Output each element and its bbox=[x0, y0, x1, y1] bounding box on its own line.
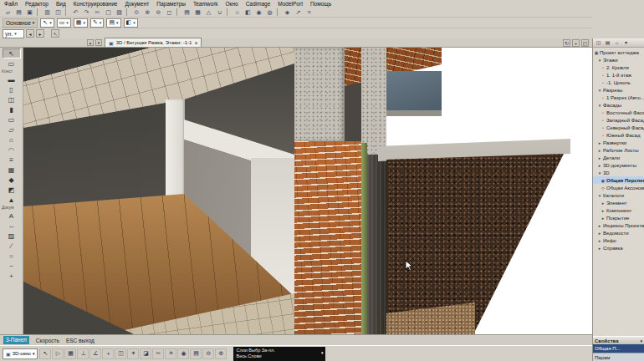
navigator-item[interactable]: ▫ Восточный Фасад bbox=[593, 109, 644, 116]
menu-item[interactable]: Cadimage bbox=[246, 1, 271, 7]
navigator-item[interactable]: ▫ Южный Фасад bbox=[593, 131, 644, 139]
pointer-tool-button[interactable]: ↖ bbox=[51, 29, 59, 38]
viewport-3d[interactable] bbox=[23, 48, 592, 334]
construct-combo[interactable]: ▦▾ bbox=[74, 18, 88, 28]
navigator-item[interactable]: ▸ Развертки bbox=[593, 139, 644, 146]
line-tool[interactable]: ∕ bbox=[3, 241, 21, 251]
section-icon[interactable]: ◧ bbox=[243, 8, 253, 17]
navigator-item[interactable]: ▫ 1. 1-й этаж bbox=[593, 71, 644, 79]
navigator-item[interactable]: ▸ Индексы Проекта bbox=[593, 221, 644, 229]
search-icon[interactable]: ⊙ bbox=[131, 8, 142, 17]
menu-item[interactable]: Конструирование bbox=[74, 1, 118, 7]
hotspot-tool[interactable]: + bbox=[3, 271, 21, 281]
teamwork-icon[interactable]: ◈ bbox=[282, 8, 293, 17]
navigator-item[interactable]: ▫ -1. Цоколь bbox=[593, 79, 644, 86]
next-view-button[interactable]: ▸ bbox=[36, 29, 44, 38]
zoom-in-icon[interactable]: ⊕ bbox=[142, 8, 153, 17]
options-combo[interactable]: ◧▾ bbox=[124, 18, 138, 28]
guides-icon[interactable]: ∠ bbox=[89, 348, 101, 359]
menu-item[interactable]: Редактор bbox=[25, 1, 49, 7]
orbit-icon[interactable]: ↻ bbox=[563, 39, 570, 47]
view-menu-icon[interactable]: ▾ bbox=[95, 39, 102, 46]
3d-cutting-icon[interactable]: ✂ bbox=[152, 348, 164, 359]
layers-combo[interactable]: ▤▾ bbox=[106, 18, 120, 28]
print-icon[interactable]: ▥ bbox=[42, 8, 53, 17]
mesh-tool[interactable]: ▲ bbox=[3, 195, 21, 205]
panel-menu-icon[interactable]: ▾ bbox=[622, 39, 630, 47]
grid-icon[interactable]: ▦ bbox=[192, 8, 203, 17]
navigator-item[interactable]: ◉ Общая Перспектива bbox=[593, 176, 644, 184]
layers-icon[interactable]: ▤ bbox=[181, 8, 192, 17]
navigator-item[interactable]: ▸ Покрытие bbox=[593, 214, 644, 221]
marquee-tool[interactable]: ▭ bbox=[3, 58, 21, 69]
navigator-item[interactable]: ▫ 1 Разрез (Авто...) bbox=[593, 94, 644, 101]
camera-path-icon[interactable]: ◉ bbox=[177, 348, 189, 359]
navigator-item[interactable]: ▸ Элемент bbox=[593, 199, 644, 206]
navigator-item[interactable]: ▾ 3D bbox=[593, 169, 644, 176]
pen-combo[interactable]: ✎▾ bbox=[90, 18, 104, 28]
map-view-icon[interactable]: ▤ bbox=[604, 39, 611, 47]
standard-toolbar-label[interactable]: Основное ▾ bbox=[3, 18, 38, 28]
zone-tool[interactable]: ◩ bbox=[3, 185, 21, 195]
menu-item[interactable]: Помощь bbox=[310, 1, 331, 7]
floor-selector[interactable]: ун. ▾ bbox=[3, 29, 24, 38]
zoom-in-btn-icon[interactable]: ⊕ bbox=[215, 348, 227, 359]
3d-view-icon[interactable]: ⌂ bbox=[232, 8, 243, 17]
coords-icon[interactable]: + bbox=[102, 348, 114, 359]
fit-view-icon[interactable]: ◻ bbox=[164, 8, 175, 17]
toolbar-icon[interactable] bbox=[277, 8, 280, 16]
open-icon[interactable]: ▤ bbox=[13, 8, 24, 17]
magnet-icon[interactable]: ∪ bbox=[214, 8, 225, 17]
column-tool[interactable]: ▮ bbox=[3, 104, 21, 114]
options-icon[interactable]: ≡ bbox=[304, 8, 314, 17]
project-chooser-icon[interactable]: ◫ bbox=[595, 39, 602, 47]
snap-icon[interactable]: △ bbox=[203, 8, 214, 17]
roof-tool[interactable]: ⌂ bbox=[3, 135, 21, 145]
pan-view-icon[interactable]: + bbox=[572, 39, 580, 47]
sun-icon[interactable]: ☀ bbox=[165, 348, 176, 359]
circle-tool[interactable]: ○ bbox=[3, 251, 21, 261]
arrow-mode-icon[interactable]: ▷ bbox=[52, 348, 64, 359]
navigator-item[interactable]: ▾ Каталоги bbox=[593, 191, 644, 199]
toolbar-icon[interactable] bbox=[227, 8, 230, 16]
plot-icon[interactable]: ◫ bbox=[53, 8, 64, 17]
gravity-icon[interactable]: ⊥ bbox=[77, 348, 89, 359]
navigator-item[interactable]: ▸ Ведомости bbox=[593, 229, 644, 236]
slab-tool[interactable]: ▱ bbox=[3, 125, 21, 135]
zoom-out-btn-icon[interactable]: ⊖ bbox=[202, 348, 214, 359]
navigator-item[interactable]: ▾ Этажи bbox=[593, 56, 644, 64]
menu-item[interactable]: ModelPort bbox=[278, 1, 303, 7]
navigator-item[interactable]: ▸ Детали bbox=[593, 154, 644, 161]
render-icon[interactable]: ◍ bbox=[264, 8, 275, 17]
fill-tool[interactable]: ▨ bbox=[3, 231, 21, 241]
grid-snap-icon[interactable]: ▦ bbox=[64, 348, 76, 359]
menu-item[interactable]: Файл bbox=[4, 1, 18, 7]
curtain-wall-tool[interactable]: ▦ bbox=[3, 165, 21, 175]
navigator-item[interactable]: ▫ 2. Кровля bbox=[593, 64, 644, 71]
trace-icon[interactable]: ◪ bbox=[140, 348, 151, 359]
marquee-combo[interactable]: ▭▾ bbox=[57, 18, 71, 28]
navigator-item[interactable]: ◇ Общая Аксонометрия bbox=[593, 184, 644, 191]
camera-icon[interactable]: ◉ bbox=[253, 8, 264, 17]
previous-view-button[interactable]: ◂ bbox=[26, 29, 34, 38]
view-up-icon[interactable]: ▴ bbox=[87, 39, 94, 46]
chevron-down-icon[interactable]: ▾ bbox=[321, 350, 324, 356]
text-tool[interactable]: A bbox=[3, 211, 21, 221]
menu-item[interactable]: Вид bbox=[56, 1, 66, 7]
cut-icon[interactable]: ✂ bbox=[92, 8, 103, 17]
tab-3d-view[interactable]: ▣ 3D / Бегущая Рамка, Этажи: -1-1 × bbox=[105, 38, 202, 47]
redo-icon[interactable]: ↷ bbox=[81, 8, 92, 17]
arrow-tool-combo[interactable]: ↖▾ bbox=[40, 18, 54, 28]
copy-icon[interactable]: ▢ bbox=[103, 8, 114, 17]
close-icon[interactable]: × bbox=[194, 40, 197, 46]
undo-icon[interactable]: ↶ bbox=[70, 8, 81, 17]
home-icon[interactable]: ⌂ bbox=[613, 39, 621, 47]
shell-tool[interactable]: ◠ bbox=[3, 145, 21, 155]
door-tool[interactable]: ▯ bbox=[3, 84, 21, 94]
navigator-item[interactable]: ▣ Проект коттеджа bbox=[593, 48, 644, 56]
navigator-item[interactable]: ▫ Северный Фасад bbox=[593, 124, 644, 131]
view-mode-combo[interactable]: ▣ 3D-окно ▾ bbox=[3, 348, 38, 359]
menu-item[interactable]: Окно bbox=[226, 1, 238, 7]
zoom-out-icon[interactable]: ⊖ bbox=[153, 8, 164, 17]
magic-wand-icon[interactable]: ✶ bbox=[127, 348, 139, 359]
